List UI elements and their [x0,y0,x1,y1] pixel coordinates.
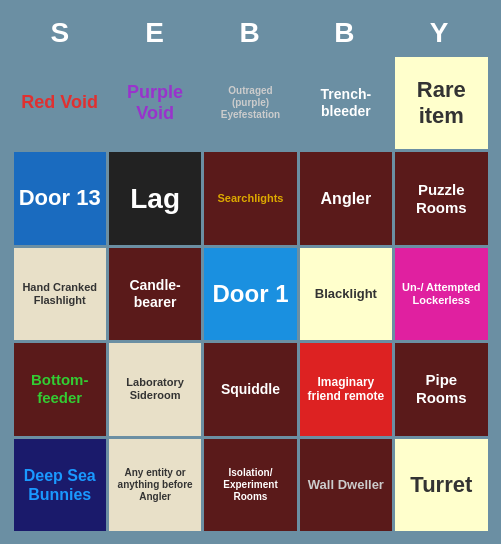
header-y: Y [393,13,488,53]
grid-cell-23: Wall Dweller [300,439,392,531]
bingo-header: S E B B Y [14,13,488,53]
header-e: E [108,13,203,53]
grid-cell-10: Hand Cranked Flashlight [14,248,106,340]
grid-cell-22: Isolation/ Experiment Rooms [204,439,296,531]
header-b2: B [298,13,393,53]
grid-cell-17: Squiddle [204,343,296,435]
grid-cell-18: Imaginary friend remote [300,343,392,435]
header-b1: B [203,13,298,53]
grid-cell-2: Outraged (purple) Eyefestation [204,57,296,149]
grid-cell-7: Searchlights [204,152,296,244]
grid-cell-12: Door 1 [204,248,296,340]
grid-cell-8: Angler [300,152,392,244]
grid-cell-24: Turret [395,439,487,531]
grid-cell-5: Door 13 [14,152,106,244]
grid-cell-4: Rare item [395,57,487,149]
grid-cell-15: Bottom-feeder [14,343,106,435]
grid-cell-19: Pipe Rooms [395,343,487,435]
grid-cell-0: Red Void [14,57,106,149]
grid-cell-20: Deep Sea Bunnies [14,439,106,531]
grid-cell-14: Un-/ Attempted Lockerless [395,248,487,340]
grid-cell-6: Lag [109,152,201,244]
grid-cell-13: Blacklight [300,248,392,340]
grid-cell-21: Any entity or anything before Angler [109,439,201,531]
bingo-card: S E B B Y Red VoidPurple VoidOutraged (p… [6,5,496,539]
header-s: S [14,13,109,53]
grid-cell-9: Puzzle Rooms [395,152,487,244]
grid-cell-16: Laboratory Sideroom [109,343,201,435]
grid-cell-11: Candle-bearer [109,248,201,340]
grid-cell-3: Trench-bleeder [300,57,392,149]
grid-cell-1: Purple Void [109,57,201,149]
bingo-grid: Red VoidPurple VoidOutraged (purple) Eye… [14,57,488,531]
